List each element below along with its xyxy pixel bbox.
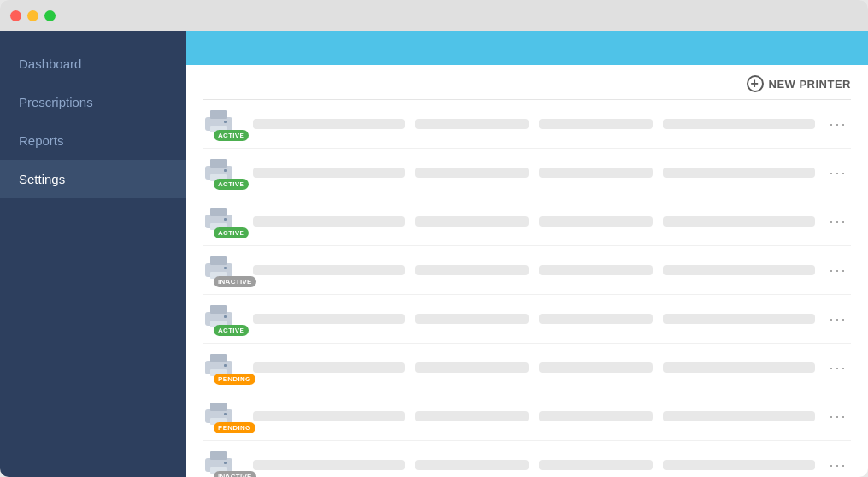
printer-col3 xyxy=(539,216,653,227)
printer-col1 xyxy=(253,411,405,421)
svg-rect-7 xyxy=(224,169,227,172)
printer-col3 xyxy=(539,119,653,129)
printer-col1 xyxy=(253,362,405,373)
svg-rect-1 xyxy=(210,110,227,119)
svg-rect-23 xyxy=(224,364,227,367)
status-badge: ACTIVE xyxy=(214,130,249,141)
printer-col4 xyxy=(663,362,815,373)
printer-col2 xyxy=(415,216,529,227)
printer-col2 xyxy=(415,119,529,129)
printer-col2 xyxy=(415,314,529,324)
printer-col1 xyxy=(253,314,405,324)
printer-col4 xyxy=(663,314,815,324)
printer-icon-wrap: ACTIVE xyxy=(203,109,243,139)
printer-col1 xyxy=(253,460,405,470)
top-bar xyxy=(186,31,868,65)
svg-rect-5 xyxy=(210,159,227,168)
toolbar: + NEW PRINTER xyxy=(203,65,851,100)
printer-col4 xyxy=(663,216,815,227)
svg-rect-13 xyxy=(210,256,227,265)
status-badge: PENDING xyxy=(214,374,255,385)
printer-col3 xyxy=(539,168,653,178)
more-options-button[interactable]: ··· xyxy=(825,456,851,474)
more-options-button[interactable]: ··· xyxy=(825,310,851,328)
status-badge: PENDING xyxy=(214,422,255,433)
status-badge: ACTIVE xyxy=(214,179,249,190)
printer-icon-wrap: INACTIVE xyxy=(203,255,243,286)
printer-list: ACTIVE ··· ACTIVE ··· xyxy=(203,100,851,477)
printer-col3 xyxy=(539,362,653,373)
maximize-button[interactable] xyxy=(44,10,56,21)
close-button[interactable] xyxy=(10,10,21,21)
main-content: + NEW PRINTER ACTIVE ··· xyxy=(186,31,868,477)
printer-col3 xyxy=(539,460,653,470)
titlebar xyxy=(0,0,868,31)
svg-rect-29 xyxy=(210,451,227,460)
printer-icon-wrap: ACTIVE xyxy=(203,206,243,237)
sidebar-item-dashboard[interactable]: Dashboard xyxy=(0,44,186,83)
minimize-button[interactable] xyxy=(27,10,38,21)
content-area: + NEW PRINTER ACTIVE ··· xyxy=(186,65,868,477)
svg-rect-17 xyxy=(210,305,227,314)
printer-col1 xyxy=(253,265,405,275)
svg-rect-15 xyxy=(224,267,227,269)
printer-icon-wrap: ACTIVE xyxy=(203,157,243,188)
printer-col3 xyxy=(539,265,653,275)
plus-icon: + xyxy=(747,75,764,92)
status-badge: ACTIVE xyxy=(214,325,249,336)
printer-col1 xyxy=(253,119,405,129)
printer-col1 xyxy=(253,168,405,178)
svg-rect-27 xyxy=(224,413,227,415)
printer-col2 xyxy=(415,411,529,421)
printer-col1 xyxy=(253,216,405,227)
printer-row: INACTIVE ··· xyxy=(203,246,851,295)
printer-col2 xyxy=(415,168,529,178)
printer-row: ACTIVE ··· xyxy=(203,295,851,344)
printer-col4 xyxy=(663,411,815,421)
status-badge: INACTIVE xyxy=(214,276,256,287)
printer-col2 xyxy=(415,460,529,470)
printer-icon-wrap: INACTIVE xyxy=(203,450,243,477)
status-badge: INACTIVE xyxy=(214,471,256,477)
printer-row: PENDING ··· xyxy=(203,392,851,441)
svg-rect-31 xyxy=(224,462,227,464)
status-badge: ACTIVE xyxy=(214,227,249,238)
printer-row: INACTIVE ··· xyxy=(203,441,851,477)
more-options-button[interactable]: ··· xyxy=(825,115,851,133)
more-options-button[interactable]: ··· xyxy=(825,213,851,231)
printer-icon-wrap: PENDING xyxy=(203,401,243,432)
svg-rect-11 xyxy=(224,218,227,221)
printer-row: ACTIVE ··· xyxy=(203,100,851,149)
svg-rect-21 xyxy=(210,354,227,362)
more-options-button[interactable]: ··· xyxy=(825,408,851,426)
more-options-button[interactable]: ··· xyxy=(825,262,851,280)
printer-col3 xyxy=(539,314,653,324)
sidebar: Dashboard Prescriptions Reports Settings xyxy=(0,31,186,477)
svg-rect-9 xyxy=(210,208,227,216)
more-options-button[interactable]: ··· xyxy=(825,164,851,182)
sidebar-item-reports[interactable]: Reports xyxy=(0,121,186,160)
svg-rect-19 xyxy=(224,315,227,318)
printer-col4 xyxy=(663,119,815,129)
app-container: Dashboard Prescriptions Reports Settings… xyxy=(0,31,868,477)
printer-col2 xyxy=(415,362,529,373)
new-printer-button[interactable]: + NEW PRINTER xyxy=(747,75,852,92)
printer-row: ACTIVE ··· xyxy=(203,197,851,246)
printer-col2 xyxy=(415,265,529,275)
printer-row: PENDING ··· xyxy=(203,344,851,392)
sidebar-item-settings[interactable]: Settings xyxy=(0,160,186,198)
printer-col4 xyxy=(663,265,815,275)
printer-col4 xyxy=(663,168,815,178)
printer-icon-wrap: PENDING xyxy=(203,352,243,383)
sidebar-item-prescriptions[interactable]: Prescriptions xyxy=(0,83,186,121)
printer-icon-wrap: ACTIVE xyxy=(203,303,243,334)
printer-row: ACTIVE ··· xyxy=(203,149,851,197)
svg-rect-3 xyxy=(224,121,227,123)
printer-col4 xyxy=(663,460,815,470)
printer-col3 xyxy=(539,411,653,421)
more-options-button[interactable]: ··· xyxy=(825,359,851,377)
svg-rect-25 xyxy=(210,403,227,411)
